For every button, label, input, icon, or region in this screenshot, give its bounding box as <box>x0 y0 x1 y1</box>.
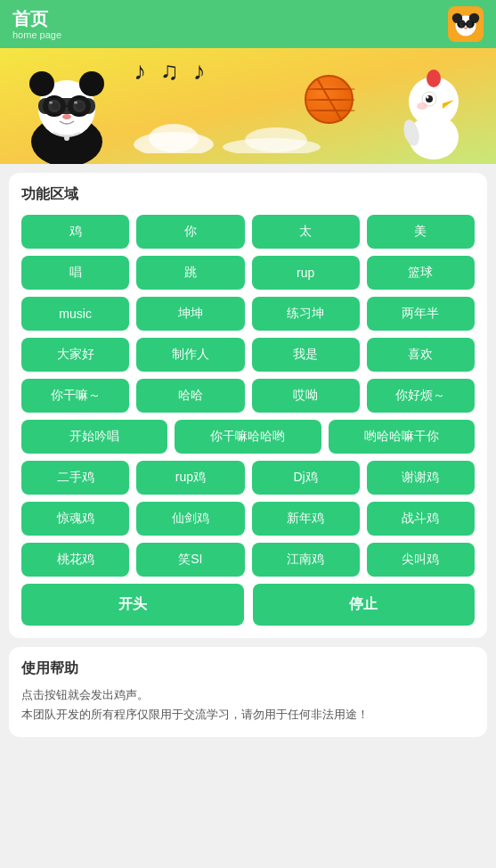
btn-liangnianbang[interactable]: 两年半 <box>367 297 475 331</box>
svg-rect-11 <box>458 21 465 27</box>
svg-point-42 <box>427 96 429 99</box>
btn-jiangnanji[interactable]: 江南鸡 <box>252 543 360 577</box>
page-title: 首页 <box>12 8 61 29</box>
button-row-3: music 坤坤 练习坤 两年半 <box>21 297 475 331</box>
header-title-block: 首页 home page <box>12 8 61 40</box>
svg-point-43 <box>417 102 427 110</box>
btn-dajia[interactable]: 大家好 <box>21 338 129 372</box>
btn-mei[interactable]: 美 <box>367 215 475 249</box>
function-card: 功能区域 鸡 你 太 美 唱 跳 rup 篮球 music 坤坤 练习坤 两年半… <box>9 173 487 638</box>
start-button[interactable]: 开头 <box>21 584 244 626</box>
button-row-4: 大家好 制作人 我是 喜欢 <box>21 338 475 372</box>
button-row-7: 二手鸡 rup鸡 Dj鸡 谢谢鸡 <box>21 461 475 495</box>
btn-rup[interactable]: rup <box>252 256 360 290</box>
btn-rupji[interactable]: rup鸡 <box>136 461 244 495</box>
btn-zhandouji[interactable]: 战斗鸡 <box>367 502 475 536</box>
btn-aiyou[interactable]: 哎呦 <box>252 379 360 413</box>
header: 首页 home page <box>0 0 496 48</box>
banner: ♪ ♫ ♪ <box>0 48 496 164</box>
btn-djji[interactable]: Dj鸡 <box>252 461 360 495</box>
svg-point-35 <box>245 127 307 152</box>
svg-point-16 <box>29 71 54 96</box>
svg-point-31 <box>64 135 69 141</box>
svg-point-38 <box>427 70 441 87</box>
button-row-6: 开始吟唱 你干嘛哈哈哟 哟哈哈嘛干你 <box>21 420 475 454</box>
svg-point-10 <box>464 28 468 29</box>
btn-nihaofen[interactable]: 你好烦～ <box>367 379 475 413</box>
btn-lianxikun[interactable]: 练习坤 <box>252 297 360 331</box>
btn-haha[interactable]: 哈哈 <box>136 379 244 413</box>
avatar[interactable] <box>448 6 484 42</box>
btn-chang[interactable]: 唱 <box>21 256 129 290</box>
panda-character <box>9 57 134 164</box>
help-card: 使用帮助 点击按钮就会发出鸡声。 本团队开发的所有程序仅限用于交流学习，请勿用于… <box>9 647 487 737</box>
button-row-5: 你干嘛～ 哈哈 哎呦 你好烦～ <box>21 379 475 413</box>
btn-music[interactable]: music <box>21 297 129 331</box>
action-row: 开头 停止 <box>21 584 475 626</box>
svg-point-33 <box>149 124 199 152</box>
clouds-decoration <box>129 122 394 157</box>
btn-ershouji[interactable]: 二手鸡 <box>21 461 129 495</box>
btn-xinnianji[interactable]: 新年鸡 <box>252 502 360 536</box>
btn-xiexieji[interactable]: 谢谢鸡 <box>367 461 475 495</box>
btn-nigannahahayo[interactable]: 你干嘛哈哈哟 <box>175 420 321 454</box>
button-row-9: 桃花鸡 笑SI 江南鸡 尖叫鸡 <box>21 543 475 577</box>
btn-xiaosi[interactable]: 笑SI <box>136 543 244 577</box>
page-subtitle: home page <box>12 29 61 40</box>
button-row-2: 唱 跳 rup 篮球 <box>21 256 475 290</box>
function-section-title: 功能区域 <box>21 185 475 204</box>
btn-xianjianji[interactable]: 仙剑鸡 <box>136 502 244 536</box>
svg-point-28 <box>49 102 53 104</box>
button-row-1: 鸡 你 太 美 <box>21 215 475 249</box>
btn-jinghungji[interactable]: 惊魂鸡 <box>21 502 129 536</box>
btn-xihuan[interactable]: 喜欢 <box>367 338 475 372</box>
banner-content: ♪ ♫ ♪ <box>0 48 496 164</box>
svg-point-30 <box>62 114 71 119</box>
basketball-decoration <box>305 75 354 124</box>
button-row-8: 惊魂鸡 仙剑鸡 新年鸡 战斗鸡 <box>21 502 475 536</box>
btn-ni[interactable]: 你 <box>136 215 244 249</box>
main-content: 功能区域 鸡 你 太 美 唱 跳 rup 篮球 music 坤坤 练习坤 两年半… <box>0 164 496 746</box>
btn-zhizuoren[interactable]: 制作人 <box>136 338 244 372</box>
btn-ji[interactable]: 鸡 <box>21 215 129 249</box>
help-text-line2: 本团队开发的所有程序仅限用于交流学习，请勿用于任何非法用途！ <box>21 705 475 725</box>
btn-taohauji[interactable]: 桃花鸡 <box>21 543 129 577</box>
help-text-line1: 点击按钮就会发出鸡声。 <box>21 685 475 705</box>
svg-point-17 <box>79 71 104 96</box>
btn-woshi[interactable]: 我是 <box>252 338 360 372</box>
btn-yohahamaganni[interactable]: 哟哈哈嘛干你 <box>329 420 475 454</box>
stop-button[interactable]: 停止 <box>253 584 476 626</box>
btn-tai[interactable]: 太 <box>252 215 360 249</box>
btn-lanqiu[interactable]: 篮球 <box>367 256 475 290</box>
svg-rect-12 <box>468 21 475 27</box>
chicken-character <box>389 66 478 164</box>
btn-tiao[interactable]: 跳 <box>136 256 244 290</box>
svg-point-29 <box>74 102 77 104</box>
help-title: 使用帮助 <box>21 659 475 678</box>
music-notes-decoration: ♪ ♫ ♪ <box>134 57 209 86</box>
btn-kaishiyinchang[interactable]: 开始吟唱 <box>21 420 167 454</box>
btn-jianjiaonji[interactable]: 尖叫鸡 <box>367 543 475 577</box>
btn-niganna[interactable]: 你干嘛～ <box>21 379 129 413</box>
btn-kunkun[interactable]: 坤坤 <box>136 297 244 331</box>
